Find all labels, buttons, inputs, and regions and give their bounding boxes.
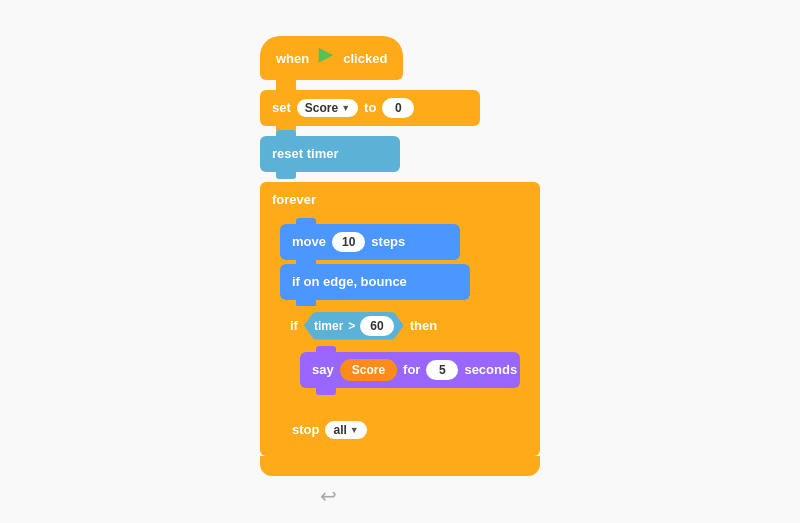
undo-arrow[interactable]: ↩ xyxy=(320,484,337,508)
stop-dropdown-arrow-icon: ▼ xyxy=(350,425,359,435)
when-flag-clicked-block[interactable]: when clicked xyxy=(260,36,403,80)
block-label-clicked: clicked xyxy=(343,51,387,66)
set-label: set xyxy=(272,100,291,115)
forever-block[interactable]: forever move 10 steps if on edge, bounce… xyxy=(260,182,540,476)
score-dropdown[interactable]: Score ▼ xyxy=(297,99,358,117)
move-value-input[interactable]: 10 xyxy=(332,232,365,252)
block-label: when xyxy=(276,51,309,66)
if-bottom-bar xyxy=(280,394,530,408)
stop-option-dropdown[interactable]: all ▼ xyxy=(325,421,366,439)
to-label: to xyxy=(364,100,376,115)
svg-marker-0 xyxy=(319,48,334,63)
score-reporter: Score xyxy=(340,359,397,381)
if-block[interactable]: if timer > 60 then say xyxy=(280,306,530,448)
timer-condition[interactable]: timer > 60 xyxy=(304,312,404,340)
forever-body: move 10 steps if on edge, bounce if time… xyxy=(260,218,540,456)
reset-timer-block[interactable]: reset timer xyxy=(260,136,400,172)
set-score-block[interactable]: set Score ▼ to 0 xyxy=(260,90,480,126)
say-score-block[interactable]: say Score for 5 seconds xyxy=(300,352,520,388)
forever-bottom-bar xyxy=(260,456,540,476)
green-flag-icon xyxy=(315,46,337,71)
if-body: say Score for 5 seconds xyxy=(280,346,530,394)
say-seconds-input[interactable]: 5 xyxy=(426,360,458,380)
score-value-input[interactable]: 0 xyxy=(382,98,414,118)
if-on-edge-block[interactable]: if on edge, bounce xyxy=(280,264,470,300)
timer-value-input[interactable]: 60 xyxy=(360,316,393,336)
move-steps-block[interactable]: move 10 steps xyxy=(280,224,460,260)
stop-block[interactable]: stop all ▼ xyxy=(280,412,470,448)
scratch-blocks-container: when clicked set Score ▼ to 0 reset time… xyxy=(260,36,540,508)
dropdown-arrow-icon: ▼ xyxy=(341,103,350,113)
if-top-bar: if timer > 60 then xyxy=(280,306,530,346)
forever-top-bar: forever xyxy=(260,182,540,218)
